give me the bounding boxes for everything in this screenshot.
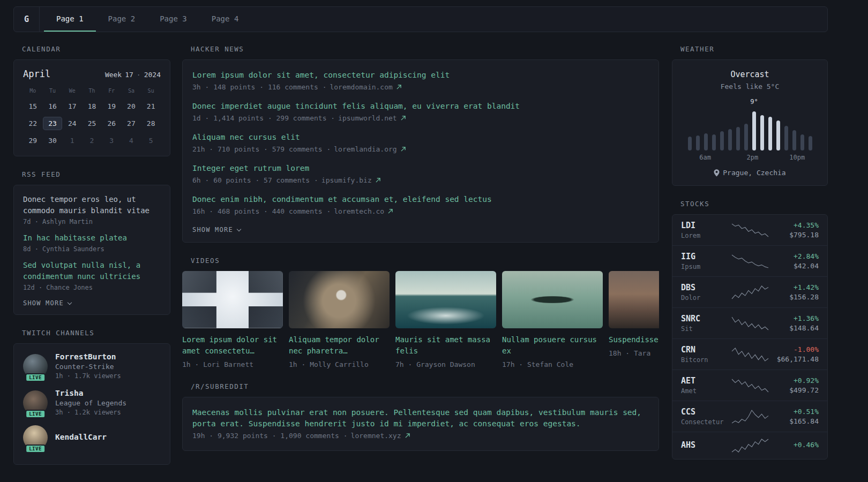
hn-item-domain-link[interactable]: loremdomain.com [330, 83, 392, 91]
twitch-channel-forrestburton[interactable]: LIVE ForrestBurton Counter-Strike 1h · 1… [23, 352, 161, 380]
video-thumbnail[interactable] [395, 271, 496, 328]
hn-item-domain-link[interactable]: loremtech.co [334, 207, 384, 215]
hn-item: Lorem ipsum dolor sit amet, consectetur … [192, 70, 649, 91]
video-title-link[interactable]: Lorem ipsum dolor sit amet consectetu… [182, 334, 283, 357]
rss-item: Sed volutpat nulla nisl, a condimentum n… [23, 260, 161, 291]
video-card: Mauris sit amet massa felis 7h · Grayson… [395, 271, 496, 368]
hn-item-stats: 16h · 468 points · 440 comments · [192, 207, 331, 215]
avatar: LIVE [23, 425, 48, 450]
twitch-section-title: TWITCH CHANNELS [22, 329, 170, 337]
stock-row-ldi[interactable]: LDI Lorem +4.35% $795.18 [672, 215, 827, 245]
subreddit-post-meta: 19h · 9,932 points · 1,090 comments · lo… [192, 432, 649, 440]
weather-hourly-chart: 9° [684, 99, 815, 150]
stock-sparkline [728, 347, 772, 362]
subreddit-post-link[interactable]: Maecenas mollis pulvinar erat non posuer… [192, 407, 649, 430]
tab-page-2[interactable]: Page 2 [96, 7, 148, 32]
video-thumbnail[interactable] [609, 271, 659, 328]
video-thumbnail[interactable] [502, 271, 603, 328]
calendar-card: April Week 17 · 2024 Mo Tu We Th Fr [13, 59, 170, 156]
weather-bar [792, 130, 796, 150]
rss-show-more-button[interactable]: SHOW MORE [23, 299, 71, 307]
twitch-channel-category: League of Legends [55, 399, 126, 407]
stock-sparkline-svg [731, 254, 769, 269]
stock-row-crn[interactable]: CRN Bitcorn -1.00% $66,171.48 [672, 338, 827, 370]
video-title-link[interactable]: Nullam posuere cursus ex [502, 334, 603, 357]
weather-bar [768, 117, 772, 150]
stock-sparkline [728, 409, 772, 424]
video-thumbnail[interactable] [182, 271, 283, 328]
video-title-link[interactable]: Aliquam tempor dolor nec pharetra… [289, 334, 390, 357]
twitch-channel-info: ForrestBurton Counter-Strike 1h · 1.7k v… [55, 352, 121, 380]
weather-bar [696, 135, 700, 150]
tab-page-4[interactable]: Page 4 [199, 7, 251, 32]
hn-item-link[interactable]: Donec enim nibh, condimentum et accumsan… [192, 194, 649, 205]
stock-symbol: AET [681, 376, 728, 386]
hacker-news-section-title: HACKER NEWS [191, 45, 659, 53]
stock-price: $165.84 [772, 417, 819, 425]
stock-row-dbs[interactable]: DBS Dolor +1.42% $156.28 [672, 276, 827, 307]
calendar-dow: Fr [102, 86, 122, 96]
weather-card: Overcast Feels like 5°C 9° 6am 2pm 10pm … [672, 59, 828, 186]
video-thumbnail[interactable] [289, 271, 390, 328]
app-logo[interactable]: G [14, 7, 40, 32]
video-title-link[interactable]: Suspendisse diam [609, 334, 659, 345]
weather-feels-like: Feels like 5°C [681, 82, 819, 91]
stock-values: +0.46% [772, 441, 819, 450]
video-card: Nullam posuere cursus ex 17h · Stefan Co… [502, 271, 603, 368]
calendar-day: 15 [23, 100, 43, 113]
video-card: Lorem ipsum dolor sit amet consectetu… 1… [182, 271, 283, 368]
hn-item-domain-link[interactable]: ipsumify.biz [321, 176, 372, 184]
rss-item-link[interactable]: In hac habitasse platea [23, 232, 161, 244]
hacker-news-widget: HACKER NEWS Lorem ipsum dolor sit amet, … [182, 45, 659, 243]
stocks-section-title: STOCKS [680, 200, 828, 208]
calendar-day: 26 [102, 117, 122, 130]
calendar-week-number: 17 [125, 71, 133, 79]
rss-item: Donec tempor eros leo, ut commodo mauris… [23, 194, 161, 225]
calendar-day: 20 [122, 100, 141, 113]
rss-widget: RSS FEED Donec tempor eros leo, ut commo… [13, 170, 170, 315]
video-title-link[interactable]: Mauris sit amet massa felis [395, 334, 496, 357]
stock-row-ahs[interactable]: AHS +0.46% [672, 432, 827, 459]
dashboard: G Page 1 Page 2 Page 3 Page 4 CALENDAR A… [0, 6, 868, 479]
stocks-card: LDI Lorem +4.35% $795.18 IIG Ipsum [672, 214, 828, 460]
weather-bar [728, 129, 732, 150]
hn-item-domain-link[interactable]: ipsumworld.net [338, 114, 397, 122]
rss-card: Donec tempor eros leo, ut commodo mauris… [13, 185, 170, 315]
stock-symbol: DBS [681, 283, 728, 292]
rss-item-link[interactable]: Donec tempor eros leo, ut commodo mauris… [23, 194, 161, 216]
stock-identity: AHS [681, 440, 728, 451]
stock-sparkline [728, 285, 772, 300]
rss-item-link[interactable]: Sed volutpat nulla nisl, a condimentum n… [23, 260, 161, 282]
video-meta: 7h · Grayson Dawson [395, 360, 496, 368]
stock-row-aet[interactable]: AET Amet +0.92% $499.72 [672, 370, 827, 401]
hn-item-link[interactable]: Aliquam nec cursus elit [192, 132, 649, 143]
calendar-day-next-month: 3 [102, 134, 122, 147]
stock-row-iig[interactable]: IIG Ipsum +2.84% $42.04 [672, 245, 827, 276]
stock-price: $42.04 [772, 262, 819, 270]
twitch-widget: TWITCH CHANNELS LIVE ForrestBurton Count… [13, 329, 170, 465]
hn-item-domain-link[interactable]: loremlandia.org [334, 145, 396, 153]
tab-page-1[interactable]: Page 1 [44, 7, 96, 32]
stock-row-ccs[interactable]: CCS Consectetur +0.51% $165.84 [672, 401, 827, 432]
stock-price: $66,171.48 [772, 355, 819, 363]
twitch-channel-trisha[interactable]: LIVE Trisha League of Legends 3h · 1.2k … [23, 389, 161, 416]
hn-item-link[interactable]: Donec imperdiet augue tincidunt felis al… [192, 101, 649, 112]
subreddit-post-domain-link[interactable]: loremnet.xyz [351, 432, 401, 440]
stock-sparkline [728, 438, 772, 453]
calendar-dow: Tu [43, 86, 63, 96]
weather-widget: WEATHER Overcast Feels like 5°C 9° 6am 2… [672, 45, 828, 186]
calendar-day: 24 [62, 117, 82, 130]
stock-name: Consectetur [681, 418, 728, 426]
weather-condition: Overcast [681, 70, 819, 79]
stock-price: $148.64 [772, 324, 819, 332]
hn-item-link[interactable]: Integer eget rutrum lorem [192, 163, 649, 174]
stock-row-snrc[interactable]: SNRC Sit +1.36% $148.64 [672, 307, 827, 338]
hn-show-more-button[interactable]: SHOW MORE [192, 226, 241, 234]
hn-item-stats: 21h · 710 points · 579 comments · [192, 145, 331, 153]
twitch-channel-kendallcarr[interactable]: LIVE KendallCarr [23, 425, 161, 450]
stock-values: +4.35% $795.18 [772, 221, 819, 239]
stock-change: +0.92% [772, 376, 819, 385]
hn-item: Donec enim nibh, condimentum et accumsan… [192, 194, 649, 215]
hn-item-link[interactable]: Lorem ipsum dolor sit amet, consectetur … [192, 70, 649, 81]
tab-page-3[interactable]: Page 3 [147, 7, 199, 32]
